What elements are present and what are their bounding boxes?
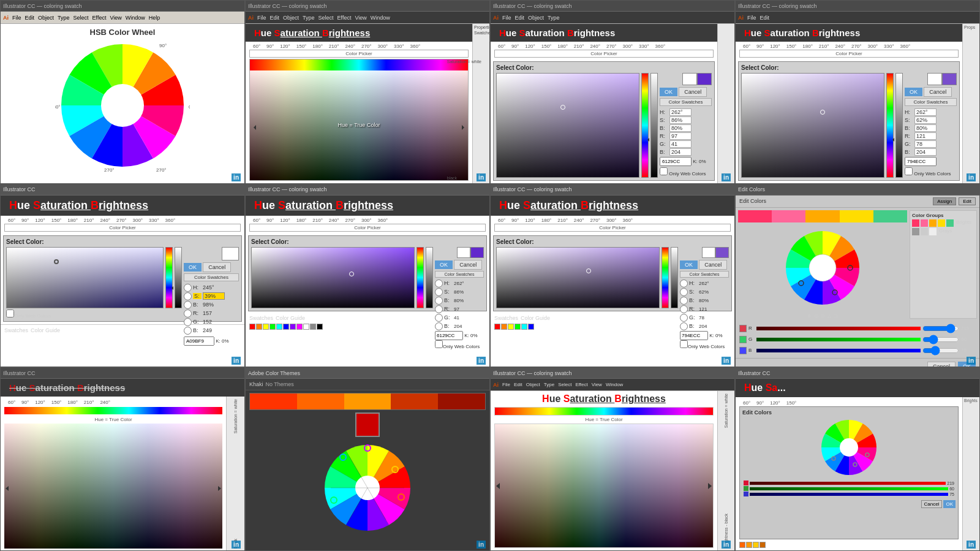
color-swatches-button-4[interactable]: Color Swatches — [905, 98, 957, 106]
spectrum-7 — [496, 247, 660, 308]
menu-file-2[interactable]: File — [257, 15, 266, 21]
cell-topbar-2: Illustrator CC — coloring swatch — [246, 1, 489, 12]
menu-select[interactable]: Select — [74, 15, 89, 21]
menu-file[interactable]: File — [12, 15, 21, 21]
color-picker-dialog-5: Select Color: OK Cancel — [3, 235, 242, 322]
ec-footer-12: Cancel OK — [742, 500, 956, 508]
cell-content-1: Ai File Edit Object Type Select Effect V… — [1, 12, 244, 183]
sidebar-11: Saturation = white Brightness - black — [717, 391, 734, 550]
b-slider[interactable] — [922, 346, 959, 355]
cancel-button-4[interactable]: Cancel — [924, 87, 952, 97]
ok-btn-6[interactable]: OK — [435, 260, 453, 269]
wheel-controls: ⊕ ◎ ⊙ △ ◻ — [738, 313, 907, 319]
menu-object-3[interactable]: Object — [528, 15, 544, 21]
cancel-btn-12[interactable]: Cancel — [921, 500, 943, 508]
menu-help[interactable]: Help — [149, 15, 160, 21]
color-themes-header: Khaki No Themes — [246, 379, 489, 390]
cancel-btn-6[interactable]: Cancel — [454, 260, 482, 270]
grays-row: Grays — [912, 228, 974, 235]
hex-input-7[interactable] — [680, 331, 708, 340]
svg-text:90°: 90° — [159, 43, 167, 48]
cell-mid-center-right: Illustrator CC — coloring swatch Hue Sat… — [490, 184, 735, 368]
assign-btn[interactable]: Assign — [933, 197, 956, 205]
focal-swatch — [355, 412, 380, 437]
ok-button-4[interactable]: OK — [905, 88, 922, 96]
r-slider[interactable] — [922, 324, 959, 333]
menu-object[interactable]: Object — [38, 15, 54, 21]
menu-type-2[interactable]: Type — [303, 15, 315, 21]
hue-bar-9 — [4, 407, 222, 414]
menu-file-4[interactable]: File — [747, 15, 756, 21]
color-wheel-svg: 0° 90° 180° 270° 270° — [55, 38, 190, 173]
swatches-btn-7[interactable]: Color Swatches — [680, 271, 729, 278]
cancel-button-5[interactable]: Cancel — [203, 262, 231, 272]
cell-top-center-left: Illustrator CC — coloring swatch Ai File… — [245, 0, 490, 184]
cancel-btn-7[interactable]: Cancel — [699, 260, 727, 270]
edit-mode-buttons: Assign Edit — [933, 197, 976, 205]
hex-input-4[interactable] — [905, 157, 937, 166]
web-colors-check-3[interactable] — [660, 167, 668, 175]
ok-button-5[interactable]: OK — [184, 263, 202, 272]
hue-numbers-3: 60°90° 120°150° 180°210° 240°270° 300°33… — [494, 43, 714, 50]
menu-edit-2[interactable]: Edit — [270, 15, 280, 21]
ok-btn-12[interactable]: OK — [943, 500, 956, 508]
menu-view[interactable]: View — [110, 15, 121, 21]
web-colors-check-4[interactable] — [905, 167, 913, 175]
cancel-button-3[interactable]: Cancel — [679, 87, 707, 97]
menu-type-3[interactable]: Type — [548, 15, 560, 21]
ai-menubar-1: Ai File Edit Object Type Select Effect V… — [1, 12, 244, 24]
hex-input-5[interactable] — [184, 336, 214, 346]
hsb-title-2: Hue Saturation Brightness — [249, 25, 469, 40]
menu-edit-3[interactable]: Edit — [515, 15, 525, 21]
g-slider[interactable] — [922, 335, 959, 344]
menu-file-3[interactable]: File — [502, 15, 511, 21]
menu-edit[interactable]: Edit — [25, 15, 35, 21]
cell-topbar-6: Illustrator CC — coloring swatch — [246, 184, 489, 196]
hex-input-6[interactable] — [435, 331, 463, 340]
menu-object-2[interactable]: Object — [283, 15, 299, 21]
wheel-ctrl-4[interactable]: △ — [827, 313, 831, 319]
menu-type[interactable]: Type — [58, 15, 70, 21]
sidebar-9: Saturation = white black — [226, 397, 244, 550]
ai-menubar-3: Ai File Edit Object Type — [491, 12, 734, 24]
wheel-ctrl-5[interactable]: ◻ — [834, 313, 838, 319]
hsb-title-11: Hue Saturation Brightness — [494, 393, 714, 405]
svg-text:270°: 270° — [104, 167, 115, 173]
wheel-ctrl-3[interactable]: ⊙ — [821, 313, 825, 319]
color-swatches-5[interactable]: Color Swatches — [184, 273, 239, 281]
color-picker-dialog-4: Select Color: — [738, 61, 960, 181]
menu-select-2[interactable]: Select — [318, 15, 334, 21]
wb-strip-4 — [895, 73, 903, 178]
menu-window[interactable]: Window — [126, 15, 145, 21]
wheel-ctrl-1[interactable]: ⊕ — [807, 313, 812, 319]
cell-content-5: Hue Saturation Brightness 60°90° 120°150… — [1, 196, 244, 367]
ok-btn-7[interactable]: OK — [680, 260, 698, 269]
menu-edit-4[interactable]: Edit — [760, 15, 770, 21]
color-sliders: R 219 G 60 B 75 — [736, 321, 979, 358]
menu-effect-2[interactable]: Effect — [337, 15, 352, 21]
hex-input-3[interactable] — [660, 157, 692, 166]
hue-numbers-9: 60°90° 120°150° 180°210° 240° — [4, 399, 222, 406]
cell-topbar-7: Illustrator CC — coloring swatch — [491, 184, 734, 196]
linkedin-badge-12: in — [967, 541, 976, 548]
menu-effect[interactable]: Effect — [92, 15, 107, 21]
color-picker-label-7: Color Picker — [494, 224, 731, 232]
wheel-ctrl-2[interactable]: ◎ — [814, 313, 818, 319]
brights-row: Brights — [912, 219, 974, 227]
menu-view-2[interactable]: View — [355, 15, 366, 21]
ec-cancel[interactable]: Cancel — [927, 362, 956, 367]
small-wheel-svg — [818, 417, 880, 478]
menu-window-2[interactable]: Window — [371, 15, 390, 21]
cell-bot-center-right: Illustrator CC — coloring swatch Ai File… — [490, 367, 735, 551]
edit-colors-footer: Cancel OK — [736, 358, 979, 367]
color-swatches-button-3[interactable]: Color Swatches — [660, 98, 712, 106]
linkedin-badge-10: in — [477, 541, 486, 548]
linkedin-badge-1: in — [232, 174, 241, 181]
hsb-title-4: Hue Saturation Brightness — [739, 25, 959, 40]
preview-white-7 — [702, 247, 715, 258]
ok-button-3[interactable]: OK — [660, 88, 677, 96]
picker-fields-3: H:262° S:86% B:80% R:97 G:41 B:204 K: 0% — [660, 108, 712, 166]
ai-logo-3: Ai — [493, 15, 499, 21]
edit-btn[interactable]: Edit — [959, 197, 976, 205]
swatches-btn-6[interactable]: Color Swatches — [435, 271, 484, 278]
